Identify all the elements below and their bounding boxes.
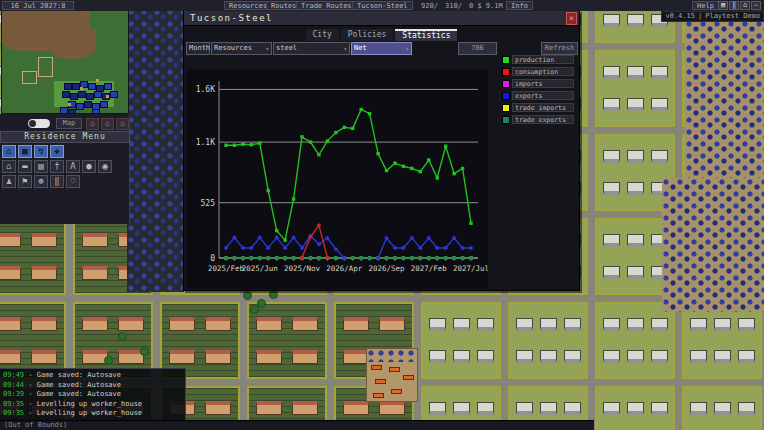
workshop-tool-icon[interactable]: ▦ (18, 145, 32, 158)
map-building (31, 350, 57, 364)
mode-dropdown[interactable]: Net▾ (351, 42, 412, 55)
version-label: v0.4.15 (665, 12, 695, 21)
status-bar: (Out of Bounds) (0, 420, 594, 430)
map-building (379, 317, 405, 331)
city-block (510, 304, 586, 377)
wheel-tool-icon[interactable]: ⊛ (34, 175, 48, 188)
close-icon[interactable]: × (566, 12, 577, 25)
worker-count: 310/ (440, 1, 467, 10)
map-building (205, 350, 231, 364)
period-dropdown[interactable]: Month▾ (186, 42, 210, 55)
map-building (256, 401, 282, 415)
status-text: (Out of Bounds) (4, 421, 67, 429)
svg-text:1.1K: 1.1K (196, 138, 215, 147)
minimap-toggle[interactable] (28, 119, 50, 128)
pause-icon[interactable]: ‖ (729, 1, 739, 10)
minimap-city-pixel (88, 83, 96, 90)
version-divider: | (698, 12, 702, 21)
edition-label: Playtest Demo (705, 12, 760, 21)
map-building (477, 402, 494, 415)
map-building (603, 98, 620, 111)
well-tool-icon[interactable]: ● (82, 160, 96, 173)
minimap-city-pixel (78, 91, 86, 98)
resource-value: steel (276, 43, 297, 54)
value-button[interactable]: 786 (458, 42, 497, 55)
minimap[interactable] (1, 8, 129, 114)
map-building (738, 350, 755, 363)
refresh-button[interactable]: Refresh (541, 42, 578, 55)
map-building (0, 350, 21, 364)
pillars-tool-icon[interactable]: ‖ (50, 175, 64, 188)
map-building (603, 266, 620, 279)
info-button[interactable]: Info (506, 1, 533, 10)
map-toggle-label: Map (56, 118, 82, 129)
minimize-icon[interactable]: – (751, 1, 761, 10)
map-building (603, 350, 620, 363)
home-icon[interactable]: ⌂ (740, 1, 750, 10)
log-text: - Game saved: Autosave (28, 390, 121, 398)
mode-value: Net (354, 43, 367, 54)
city-block (75, 304, 151, 377)
message-log: 09:49 - Game saved: Autosave 09:44 - Gam… (0, 368, 186, 420)
temple-tool-icon[interactable]: † (50, 160, 64, 173)
map-building (292, 317, 318, 331)
legend-row: consumption (502, 67, 574, 76)
map-building (540, 318, 557, 331)
log-entry: 09:49 - Game saved: Autosave (3, 371, 182, 381)
menu-trade-routes[interactable]: Trade Routes (296, 1, 357, 10)
map-building (627, 182, 644, 195)
menu-resources[interactable]: Resources (224, 1, 272, 10)
minimap-city-pixel (94, 91, 102, 98)
minimap-marker (106, 95, 109, 98)
minimap-city-pixel (86, 93, 94, 100)
bed-tool-icon[interactable]: ▬ (18, 160, 32, 173)
help-button[interactable]: Help (692, 1, 719, 10)
services-tool-icon[interactable]: ❖ (50, 145, 64, 158)
map-building (169, 350, 195, 364)
food-tool-icon[interactable]: ◉ (98, 160, 112, 173)
map-building (453, 318, 470, 331)
map-overlay-button-3[interactable]: ⌂ (116, 118, 129, 130)
tab-policies[interactable]: Policies (341, 29, 394, 41)
map-building (651, 150, 668, 163)
menu-city[interactable]: Tucson-Steel (352, 1, 413, 10)
map-building (118, 317, 144, 331)
city-block (684, 388, 760, 430)
tab-city[interactable]: City (306, 29, 339, 41)
legend-label: imports (512, 79, 574, 88)
map-overlay-button-2[interactable]: ⌂ (101, 118, 114, 130)
log-entry: 09:35 - Levelling up worker_house (3, 409, 182, 419)
chevron-down-icon: ▾ (405, 43, 409, 54)
map-building (690, 402, 707, 415)
dialog-titlebar[interactable]: Tucson-Steel × (184, 11, 579, 26)
map-building (343, 317, 369, 331)
top-menu-bar: 16 Jul 2027:8 Resources Routes Trade Rou… (0, 0, 764, 11)
map-overlay-button-1[interactable]: ⌂ (86, 118, 99, 130)
tab-statistics[interactable]: Statistics (395, 29, 457, 41)
residence-tool-icon[interactable]: ⌂ (2, 145, 16, 158)
resource-dropdown[interactable]: steel▾ (273, 42, 350, 55)
category-dropdown[interactable]: Resources▾ (211, 42, 272, 55)
storage-tool-icon[interactable]: ▤ (34, 160, 48, 173)
school-tool-icon[interactable]: A (66, 160, 80, 173)
minimap-city-pixel (72, 83, 80, 90)
journal-icon[interactable]: ▤ (718, 1, 728, 10)
power-tool-icon[interactable]: ↯ (34, 145, 48, 158)
sidebar-panel: Map ⌂ ⌂ ⌂ Residence Menu ⌂▦↯❖⌂▬▤†A●◉♟⚑⊛‖… (0, 114, 130, 224)
category-value: Resources (214, 43, 252, 54)
minimap-city-pixel (64, 83, 72, 90)
map-building (627, 266, 644, 279)
map-building (0, 317, 21, 331)
citizen-tool-icon[interactable]: ♟ (2, 175, 16, 188)
map-building (603, 14, 620, 27)
house-tool-icon[interactable]: ⌂ (2, 160, 16, 173)
banner-tool-icon[interactable]: ⚑ (18, 175, 32, 188)
legend-row: trade imports (502, 103, 574, 112)
map-building (738, 318, 755, 331)
market-goods (367, 349, 417, 362)
market-block (366, 348, 418, 402)
shield-tool-icon[interactable]: ♡ (66, 175, 80, 188)
log-text: - Levelling up worker_house (28, 409, 142, 417)
legend-label: exports (512, 91, 574, 100)
map-building (651, 66, 668, 79)
